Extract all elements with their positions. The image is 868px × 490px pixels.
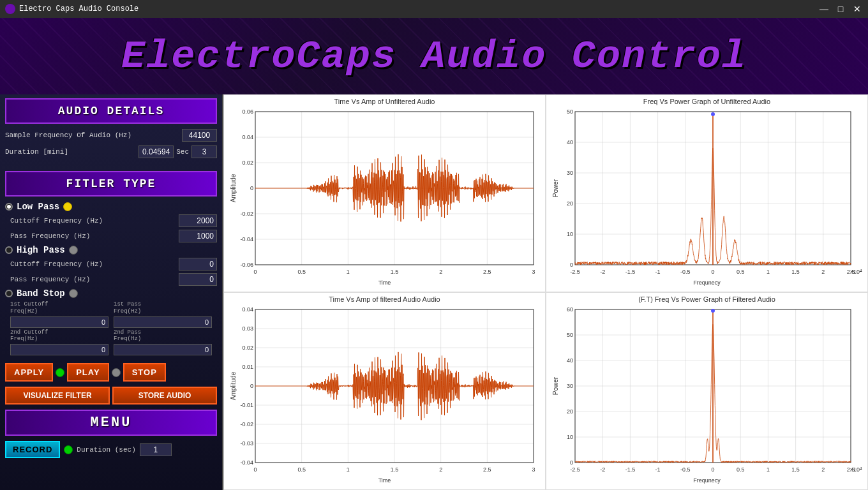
- band-col-2nd-cutoff: 2nd CuttoffFreq(Hz): [10, 329, 108, 356]
- chart-top-right-title: Freq Vs Power Graph of Unfiltered Audio: [643, 98, 770, 105]
- app-title: ElectroCaps Audio Control: [121, 34, 747, 79]
- high-pass-pass-row: Pass Frequency (Hz): [5, 273, 217, 286]
- app-icon: [5, 4, 15, 14]
- duration-row: Duration [mini] Sec: [5, 145, 217, 158]
- sample-freq-input[interactable]: [182, 129, 217, 142]
- low-pass-cutoff-input[interactable]: [179, 214, 217, 227]
- low-pass-pass-label: Pass Frequency (Hz): [10, 232, 179, 240]
- band-stop-option: Band Stop: [5, 288, 217, 299]
- band-2nd-pass-input[interactable]: [114, 344, 212, 355]
- title-bar-text: Electro Caps Audio Console: [19, 4, 138, 13]
- band-col-2nd-pass: 2nd PassFreq(Hz): [114, 329, 212, 356]
- high-pass-radio[interactable]: [5, 246, 13, 254]
- band-1st-cutoff-label: 1st CuttoffFreq(Hz): [10, 301, 108, 315]
- title-bar: Electro Caps Audio Console — □ ✕: [0, 0, 868, 18]
- duration-sec-input2[interactable]: [140, 443, 172, 456]
- low-pass-cutoff-label: Cuttoff Frequency (Hz): [10, 217, 179, 225]
- app-header: ElectroCaps Audio Control: [0, 18, 868, 94]
- main-layout: AUDIO DETAILS Sample Frequency Of Audio …: [0, 94, 868, 490]
- sec-label: Sec: [176, 148, 189, 156]
- stop-button[interactable]: STOP: [123, 363, 166, 382]
- band-2nd-pass-label: 2nd PassFreq(Hz): [114, 329, 212, 343]
- band-col-1st-pass: 1st PassFreq(Hz): [114, 301, 212, 328]
- chart-top-left-canvas: [228, 107, 541, 279]
- record-status-dot: [64, 445, 73, 454]
- chart-bottom-right-title: (F.T) Freq Vs Power Graph of Filtered Au…: [638, 295, 775, 303]
- chart-top-left: Time Vs Amp of Unfiltered Audio Time: [223, 94, 546, 292]
- left-panel: AUDIO DETAILS Sample Frequency Of Audio …: [0, 94, 223, 490]
- chart-top-left-title: Time Vs Amp of Unfiltered Audio: [334, 98, 435, 105]
- chart-bottom-left: Time Vs Amp of filtered Audio Audio Time: [223, 292, 546, 490]
- high-pass-cutoff-input[interactable]: [179, 258, 217, 271]
- band-stop-grid: 1st CuttoffFreq(Hz) 1st PassFreq(Hz) 2nd…: [5, 301, 217, 355]
- chart-top-right-canvas: [551, 107, 864, 279]
- chart-bottom-right-xlabel: Frequnecy: [693, 477, 721, 484]
- chart-bottom-left-xlabel: Time: [378, 477, 391, 484]
- chart-top-right: Freq Vs Power Graph of Unfiltered Audio …: [546, 94, 868, 292]
- record-button[interactable]: RECORD: [5, 441, 60, 458]
- menu-header: MENU: [5, 410, 217, 436]
- band-2nd-cutoff-input[interactable]: [10, 344, 108, 355]
- maximize-button[interactable]: □: [835, 3, 846, 15]
- close-button[interactable]: ✕: [851, 3, 863, 15]
- low-pass-pass-input[interactable]: [179, 230, 217, 242]
- chart-bottom-right: (F.T) Freq Vs Power Graph of Filtered Au…: [546, 292, 868, 490]
- apply-button[interactable]: APPLY: [5, 363, 53, 382]
- high-pass-label: High Pass: [17, 245, 65, 255]
- low-pass-cutoff-row: Cuttoff Frequency (Hz): [5, 214, 217, 227]
- chart-top-left-xlabel: Time: [378, 279, 391, 286]
- high-pass-cutoff-label: Cuttoff Frequency (Hz): [10, 260, 179, 268]
- store-button[interactable]: STORE AUDIO: [112, 387, 217, 405]
- low-pass-pass-row: Pass Frequency (Hz): [5, 230, 217, 242]
- sample-freq-label: Sample Frequency Of Audio (Hz): [5, 131, 179, 139]
- band-stop-status-dot: [69, 289, 78, 298]
- charts-area: Time Vs Amp of Unfiltered Audio Time Fre…: [223, 94, 868, 490]
- high-pass-status-dot: [69, 246, 78, 255]
- audio-details-section: Sample Frequency Of Audio (Hz) Duration …: [0, 126, 222, 167]
- high-pass-option: High Pass: [5, 245, 217, 255]
- band-stop-label: Band Stop: [17, 288, 65, 299]
- low-pass-option: Low Pass: [5, 202, 217, 212]
- play-status-dot: [112, 368, 121, 377]
- chart-top-right-xlabel: Frequnecy: [693, 279, 721, 286]
- minimize-button[interactable]: —: [818, 3, 830, 15]
- band-1st-pass-input[interactable]: [114, 316, 212, 328]
- duration-label: Duration [mini]: [5, 148, 136, 156]
- band-col-1st-cutoff: 1st CuttoffFreq(Hz): [10, 301, 108, 328]
- duration-sec-input[interactable]: [191, 145, 217, 158]
- chart-bottom-right-canvas: [551, 304, 864, 477]
- duration-mini-input[interactable]: [138, 145, 174, 158]
- band-2nd-cutoff-label: 2nd CuttoffFreq(Hz): [10, 329, 108, 343]
- play-button[interactable]: PLAY: [67, 363, 108, 382]
- chart-bottom-left-title: Time Vs Amp of filtered Audio Audio: [329, 295, 440, 303]
- high-pass-pass-input[interactable]: [179, 273, 217, 286]
- duration-sec-label2: Duration (sec): [77, 446, 135, 454]
- filter-type-header: FITLER TYPE: [5, 171, 217, 197]
- sample-freq-row: Sample Frequency Of Audio (Hz): [5, 129, 217, 142]
- band-1st-cutoff-input[interactable]: [10, 316, 108, 328]
- action-buttons-row: APPLY PLAY STOP: [0, 360, 222, 384]
- chart-bottom-left-canvas: [228, 304, 541, 477]
- low-pass-radio[interactable]: [5, 203, 13, 211]
- band-stop-radio[interactable]: [5, 290, 13, 297]
- audio-details-header: AUDIO DETAILS: [5, 98, 217, 124]
- visualize-store-row: VISUALIZE FILTER STORE AUDIO: [0, 384, 222, 407]
- visualize-button[interactable]: VISUALIZE FILTER: [5, 387, 110, 405]
- high-pass-cutoff-row: Cuttoff Frequency (Hz): [5, 258, 217, 271]
- band-1st-pass-label: 1st PassFreq(Hz): [114, 301, 212, 315]
- high-pass-pass-label: Pass Frequency (Hz): [10, 276, 179, 283]
- low-pass-status-dot: [63, 202, 72, 211]
- low-pass-label: Low Pass: [17, 202, 59, 212]
- title-bar-controls: — □ ✕: [818, 3, 863, 15]
- filter-section: Low Pass Cuttoff Frequency (Hz) Pass Fre…: [0, 199, 222, 360]
- record-row: RECORD Duration (sec): [0, 438, 222, 461]
- apply-status-dot: [56, 368, 64, 377]
